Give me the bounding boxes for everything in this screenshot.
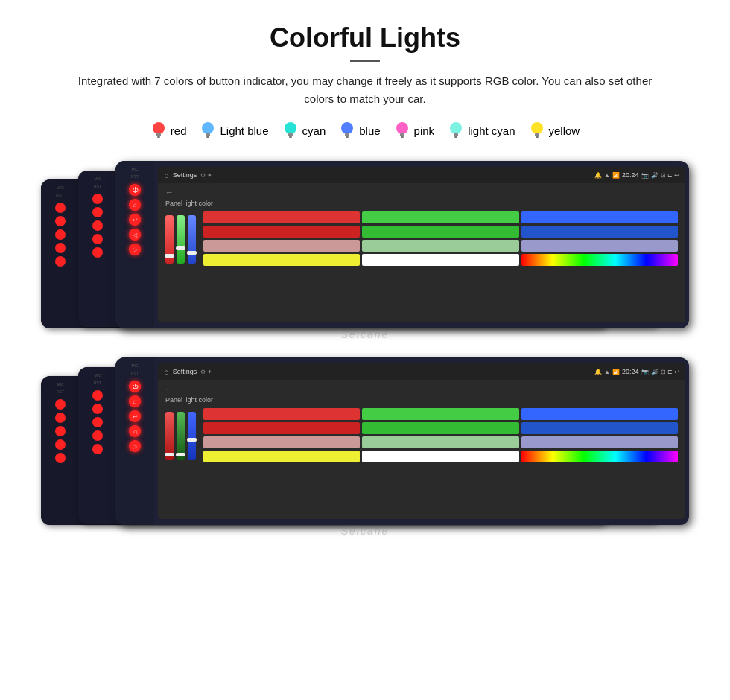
home-icon-top: ⌂ (164, 171, 169, 179)
color-item-lightblue: Light blue (200, 120, 268, 141)
lightblue-bulb-icon (200, 120, 216, 141)
btn-extra-l2-1[interactable] (92, 247, 103, 258)
btn-home-b1-1[interactable]: ⌂ (129, 395, 141, 407)
btn-vol-b1-1[interactable]: ◁ (129, 425, 141, 437)
slider-red-top[interactable] (165, 215, 174, 264)
btn-b3-1d[interactable] (55, 439, 66, 450)
wifi-icon-bottom: 📶 (612, 369, 620, 375)
swatch-12-top[interactable] (521, 254, 678, 266)
svg-point-0 (153, 122, 165, 134)
svg-point-12 (396, 122, 408, 134)
btn-power-l3-1[interactable] (55, 203, 66, 213)
btn-home-l2-1[interactable] (92, 207, 103, 217)
panel-content-top (165, 211, 678, 266)
btn-b3-1a[interactable] (55, 399, 66, 410)
camera-icon-bottom: 📷 (641, 369, 649, 375)
screen-topbar-top: ⌂ Settings ⚙ ✦ 🔔 ▲ 📶 20:24 📷 🔊 (158, 167, 685, 183)
swatch-11-bottom[interactable] (362, 451, 518, 462)
panel-light-label-top: Panel light color (165, 200, 678, 207)
btn-back-l1-1[interactable]: ↩ (129, 214, 141, 226)
time-bottom: 20:24 (622, 368, 639, 375)
btn-b2-1b[interactable] (92, 404, 103, 414)
btn-home-l3-1[interactable] (55, 216, 66, 226)
swatch-6-bottom[interactable] (521, 422, 678, 434)
cyan-bulb-icon (282, 120, 299, 141)
swatch-2-top[interactable] (362, 211, 518, 223)
btn-power-l1-1[interactable]: ⏻ (129, 184, 141, 196)
svg-rect-19 (535, 133, 539, 136)
btn-back-l3-1[interactable] (55, 229, 66, 240)
swatch-1-bottom[interactable] (203, 408, 360, 420)
btn-back-b1-1[interactable]: ↩ (129, 410, 141, 422)
swatch-9-bottom[interactable] (521, 436, 678, 448)
btn-power-b1-1[interactable]: ⏻ (129, 381, 141, 392)
swatch-1-top[interactable] (203, 211, 360, 223)
panel-light-label-bottom: Panel light color (165, 396, 678, 404)
slider-red-bottom[interactable] (165, 412, 174, 460)
swatch-12-bottom[interactable] (521, 451, 678, 462)
svg-point-15 (450, 122, 462, 134)
topbar-left-top: ⌂ Settings ⚙ ✦ (164, 171, 212, 179)
btn-extra-l1-1[interactable]: ▷ (129, 244, 141, 255)
btn-b2-1a[interactable] (92, 390, 103, 401)
btn-b2-1c[interactable] (92, 417, 103, 427)
swatch-7-bottom[interactable] (203, 436, 360, 448)
bottom-device-group: MIC RST MIC RST (15, 354, 715, 540)
slider-blue-bottom[interactable] (188, 412, 196, 460)
btn-b2-1d[interactable] (92, 430, 103, 441)
swatch-4-top[interactable] (203, 226, 360, 238)
swatch-10-top[interactable] (203, 254, 360, 266)
btn-b3-1b[interactable] (55, 413, 66, 423)
svg-rect-8 (289, 136, 292, 138)
btn-b3-1e[interactable] (55, 453, 66, 463)
btn-back-l2-1[interactable] (92, 220, 103, 231)
svg-point-9 (341, 122, 353, 134)
btn-vol-l2-1[interactable] (92, 234, 103, 244)
mic-label-b1-1: MIC (131, 363, 138, 368)
swatch-4-bottom[interactable] (203, 422, 360, 434)
swatch-10-bottom[interactable] (203, 451, 360, 462)
main-screen-bottom: ⌂ Settings ⚙ ✦ 🔔 ▲ 📶 20:24 📷 🔊 (158, 363, 685, 519)
btn-power-l2-1[interactable] (92, 194, 103, 204)
swatch-11-top[interactable] (362, 254, 518, 266)
topbar-left-bottom: ⌂ Settings ⚙ ✦ (164, 367, 212, 376)
swatch-6-top[interactable] (521, 226, 678, 238)
color-label-blue: blue (359, 124, 380, 137)
swatch-8-bottom[interactable] (362, 436, 518, 448)
mic-label-b3-1: MIC (57, 382, 63, 386)
btn-b2-1e[interactable] (92, 444, 103, 454)
watermark-top: Seicane (341, 328, 390, 340)
slider-blue-top[interactable] (188, 215, 196, 264)
color-label-lightblue: Light blue (220, 124, 268, 137)
rst-label-l3-1: RST (56, 193, 65, 197)
swatch-9-top[interactable] (521, 240, 678, 252)
top-device-image: MIC RST MIC RST (41, 157, 689, 343)
slider-green-top[interactable] (177, 215, 185, 264)
topbar-right-bottom: 🔔 ▲ 📶 20:24 📷 🔊 ⊡ ⊏ ↩ (594, 368, 679, 375)
more-icons-bottom: ⊡ ⊏ ↩ (661, 369, 679, 375)
svg-point-3 (202, 122, 214, 134)
btn-home-l1-1[interactable]: ⌂ (129, 199, 141, 211)
swatch-3-bottom[interactable] (521, 408, 678, 420)
svg-rect-10 (345, 133, 349, 136)
btn-extra-l3-1[interactable] (55, 256, 66, 267)
swatch-8-top[interactable] (362, 240, 518, 252)
swatch-5-top[interactable] (362, 226, 518, 238)
svg-rect-17 (454, 136, 457, 138)
btn-extra-b1-1[interactable]: ▷ (129, 440, 141, 452)
back-arrow-top[interactable]: ← (165, 188, 678, 197)
color-label-lightcyan: light cyan (468, 124, 515, 137)
swatch-3-top[interactable] (521, 211, 678, 223)
color-label-yellow: yellow (549, 124, 580, 137)
slider-handle-red-bottom (165, 453, 174, 456)
btn-b3-1c[interactable] (55, 426, 66, 436)
btn-vol-l3-1[interactable] (55, 243, 66, 253)
swatch-5-bottom[interactable] (362, 422, 518, 434)
slider-green-bottom[interactable] (177, 412, 185, 460)
swatch-2-bottom[interactable] (362, 408, 518, 420)
side-panel-l3-1: MIC RST (41, 179, 80, 328)
color-item-lightcyan: light cyan (448, 120, 515, 141)
btn-vol-l1-1[interactable]: ◁ (129, 229, 141, 241)
back-arrow-bottom[interactable]: ← (165, 384, 678, 393)
swatch-7-top[interactable] (203, 240, 360, 252)
